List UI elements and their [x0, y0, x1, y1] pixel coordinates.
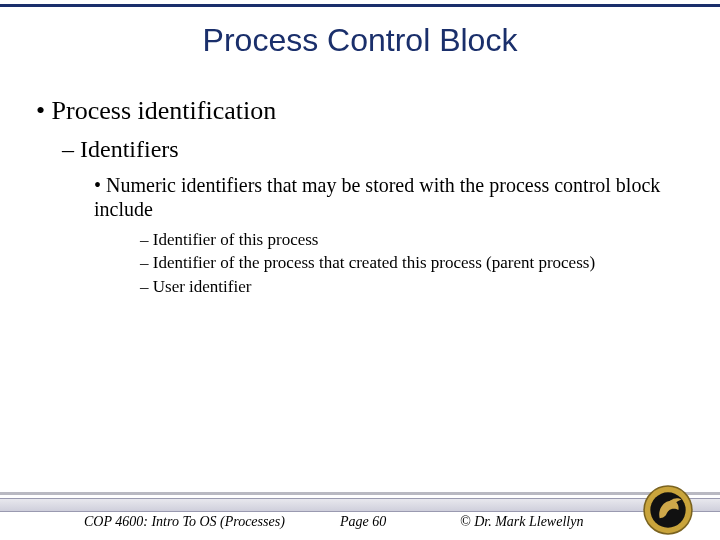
bullet-l4c: User identifier — [140, 276, 664, 297]
footer: COP 4600: Intro To OS (Processes) Page 6… — [0, 492, 720, 540]
footer-course: COP 4600: Intro To OS (Processes) — [84, 514, 285, 530]
slide-title: Process Control Block — [0, 22, 720, 59]
bullet-l4b: Identifier of the process that created t… — [140, 252, 664, 273]
footer-page: Page 60 — [340, 514, 386, 530]
bullet-l1: Process identification — [36, 96, 684, 126]
ucf-pegasus-logo-icon — [642, 484, 694, 536]
bullet-l3: Numeric identifiers that may be stored w… — [94, 173, 684, 221]
top-rule — [0, 4, 720, 7]
footer-band — [0, 498, 720, 512]
bullet-l4a: Identifier of this process — [140, 229, 664, 250]
footer-rule — [0, 492, 720, 495]
bullet-l2: Identifiers — [62, 136, 684, 163]
slide-content: Process identification Identifiers Numer… — [36, 96, 684, 299]
footer-copyright: © Dr. Mark Llewellyn — [460, 514, 583, 530]
